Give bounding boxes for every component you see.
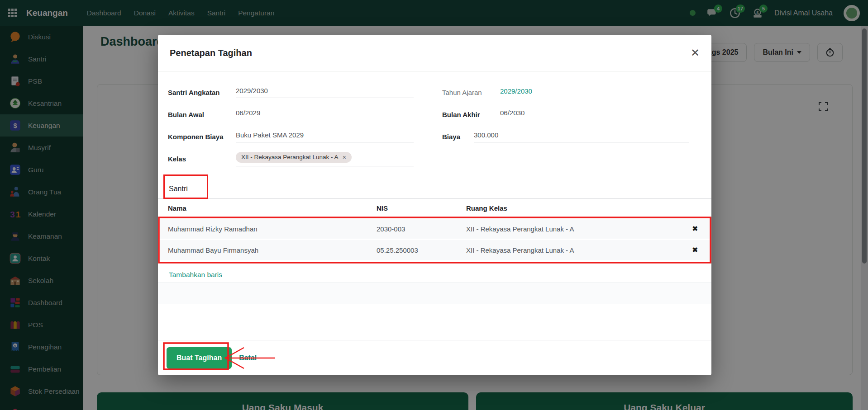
bulan-awal-input[interactable]: 06/2029: [236, 109, 414, 120]
label-komponen-biaya: Komponen Biaya: [168, 133, 236, 141]
label-bulan-awal: Bulan Awal: [168, 111, 236, 118]
kelas-input[interactable]: XII - Rekayasa Perangkat Lunak - A×: [236, 152, 414, 166]
biaya-input[interactable]: 300.000: [474, 131, 689, 142]
label-tahun-ajaran: Tahun Ajaran: [442, 89, 500, 96]
modal-form: Santri Angkatan 2029/2030 Tahun Ajaran 2…: [158, 81, 711, 170]
col-header-ruang-kelas: Ruang Kelas: [466, 204, 683, 212]
add-row-link[interactable]: Tambahkan baris: [169, 267, 222, 283]
delete-row-icon[interactable]: ✖: [683, 246, 711, 254]
label-santri-angkatan: Santri Angkatan: [168, 89, 236, 96]
kelas-tag[interactable]: XII - Rekayasa Perangkat Lunak - A×: [236, 152, 352, 163]
col-header-nama: Nama: [158, 204, 377, 212]
komponen-biaya-input[interactable]: Buku Paket SMA 2029: [236, 131, 414, 142]
tahun-ajaran-link[interactable]: 2029/2030: [500, 87, 689, 98]
label-kelas: Kelas: [168, 155, 236, 163]
modal-header: Penetapan Tagihan ✕: [158, 35, 711, 71]
santri-table-header: Nama NIS Ruang Kelas: [158, 199, 711, 217]
bulan-akhir-input[interactable]: 06/2030: [500, 109, 689, 120]
modal-footer: Buat Tagihan Batal: [158, 340, 711, 375]
penetapan-tagihan-modal: Penetapan Tagihan ✕ Santri Angkatan 2029…: [158, 35, 711, 375]
batal-button[interactable]: Batal: [239, 354, 257, 362]
buat-tagihan-button[interactable]: Buat Tagihan: [167, 347, 232, 369]
modal-title: Penetapan Tagihan: [170, 48, 252, 58]
col-header-nis: NIS: [377, 204, 466, 212]
table-row[interactable]: Muhammad Rizky Ramadhan 2030-003 XII - R…: [158, 219, 711, 239]
santri-angkatan-input[interactable]: 2029/2030: [236, 87, 414, 98]
notebook-tabbar: Santri: [158, 180, 711, 199]
delete-row-icon[interactable]: ✖: [683, 225, 711, 233]
santri-table-body: Muhammad Rizky Ramadhan 2030-003 XII - R…: [158, 219, 711, 261]
label-bulan-akhir: Bulan Akhir: [442, 111, 500, 118]
close-modal-icon[interactable]: ✕: [691, 47, 700, 58]
remove-tag-icon[interactable]: ×: [343, 154, 346, 161]
tab-santri[interactable]: Santri: [158, 180, 188, 193]
empty-row-strip: [158, 283, 711, 304]
label-biaya: Biaya: [442, 133, 474, 141]
table-row[interactable]: Muhammad Bayu Firmansyah 05.25.250003 XI…: [158, 240, 711, 260]
